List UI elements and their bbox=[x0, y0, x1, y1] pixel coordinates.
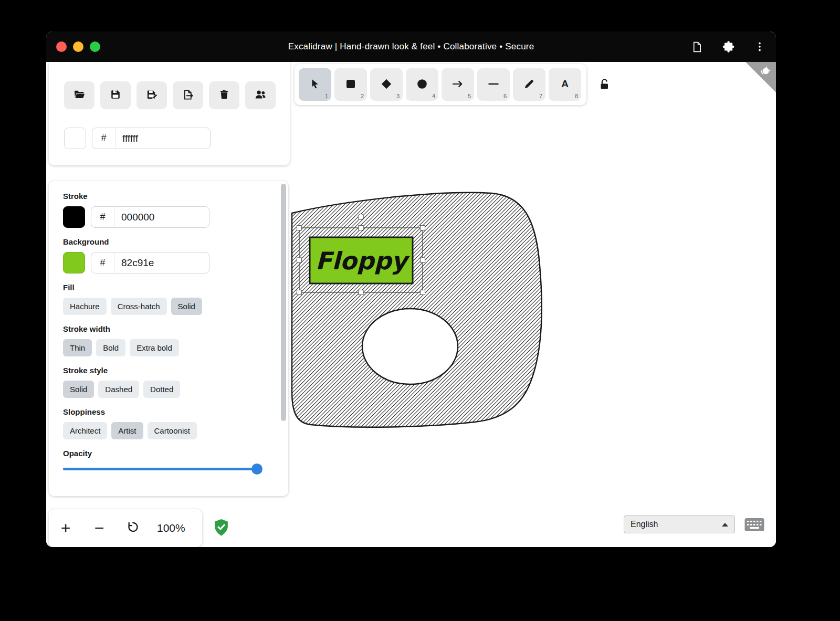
selection-handle[interactable] bbox=[359, 290, 363, 295]
circle-icon bbox=[416, 78, 428, 92]
tool-island: 1 2 3 4 bbox=[295, 64, 586, 105]
tool-shortcut: 7 bbox=[539, 93, 542, 99]
fill-option-solid[interactable]: Solid bbox=[171, 298, 202, 315]
open-button[interactable] bbox=[64, 81, 94, 109]
save-icon bbox=[110, 89, 121, 102]
titlebar: Excalidraw | Hand-drawn look & feel • Co… bbox=[46, 31, 776, 62]
properties-panel: Stroke # Background # bbox=[49, 181, 288, 496]
stroke-width-option-extra-bold[interactable]: Extra bold bbox=[130, 339, 179, 356]
canvas-background-input[interactable] bbox=[116, 133, 210, 144]
sloppiness-option-architect[interactable]: Architect bbox=[63, 422, 107, 439]
github-corner-octocat-icon[interactable] bbox=[746, 62, 776, 94]
line-icon bbox=[487, 78, 500, 92]
selection-handle[interactable] bbox=[421, 258, 425, 262]
sloppiness-label: Sloppiness bbox=[63, 407, 288, 416]
rotation-handle[interactable] bbox=[358, 214, 364, 220]
zoom-out-button[interactable]: − bbox=[82, 509, 116, 547]
opacity-section: Opacity bbox=[63, 449, 288, 475]
background-color-input[interactable] bbox=[114, 257, 209, 269]
caret-up-icon bbox=[722, 523, 728, 527]
tool-line[interactable]: 6 bbox=[477, 68, 510, 101]
export-button[interactable] bbox=[173, 81, 203, 109]
kebab-menu-icon[interactable] bbox=[754, 41, 765, 52]
canvas-background-color-group: # bbox=[92, 128, 211, 149]
tool-arrow[interactable]: 5 bbox=[442, 68, 474, 101]
stroke-color-input[interactable] bbox=[114, 212, 209, 223]
reset-zoom-icon bbox=[126, 519, 140, 538]
diamond-icon bbox=[380, 78, 393, 92]
tool-text[interactable]: A 8 bbox=[549, 68, 581, 101]
save-as-icon bbox=[146, 89, 158, 102]
opacity-slider-track bbox=[63, 468, 261, 470]
stroke-color-swatch[interactable] bbox=[63, 206, 85, 228]
collaborators-icon bbox=[254, 88, 267, 102]
collaboration-button[interactable] bbox=[245, 81, 276, 109]
arrow-icon bbox=[452, 78, 464, 92]
tool-shortcut: 3 bbox=[396, 93, 400, 99]
save-as-button[interactable] bbox=[136, 81, 167, 109]
panel-scrollbar[interactable] bbox=[281, 184, 286, 492]
canvas-area: Floppy bbox=[46, 62, 776, 547]
maximize-window-button[interactable] bbox=[90, 41, 100, 52]
minimize-window-button[interactable] bbox=[73, 41, 83, 52]
stroke-style-option-solid[interactable]: Solid bbox=[63, 381, 94, 398]
stroke-section: Stroke # bbox=[63, 192, 288, 228]
zoom-island: + − 100% bbox=[49, 509, 202, 547]
tool-rectangle[interactable]: 2 bbox=[334, 68, 367, 101]
selection-handle[interactable] bbox=[421, 226, 425, 230]
hash-prefix: # bbox=[92, 128, 116, 149]
stroke-style-option-dashed[interactable]: Dashed bbox=[98, 381, 139, 398]
canvas-background-swatch[interactable] bbox=[64, 128, 86, 149]
hash-prefix: # bbox=[91, 252, 114, 273]
shape-text[interactable]: Floppy bbox=[316, 247, 411, 275]
panel-scrollbar-thumb[interactable] bbox=[281, 184, 286, 421]
stroke-width-option-thin[interactable]: Thin bbox=[63, 339, 92, 356]
square-icon bbox=[344, 78, 357, 92]
background-color-swatch[interactable] bbox=[63, 252, 85, 273]
stroke-width-label: Stroke width bbox=[63, 324, 288, 333]
tool-ellipse[interactable]: 4 bbox=[406, 68, 438, 101]
language-select[interactable]: English bbox=[624, 515, 735, 533]
disk-hole-ellipse[interactable] bbox=[362, 309, 458, 384]
tool-draw[interactable]: 7 bbox=[513, 68, 545, 101]
selection-handle[interactable] bbox=[297, 258, 302, 262]
selection-handle[interactable] bbox=[297, 290, 302, 295]
traffic-lights bbox=[56, 41, 100, 52]
fill-option-cross-hatch[interactable]: Cross-hatch bbox=[111, 298, 167, 315]
tool-diamond[interactable]: 3 bbox=[370, 68, 403, 101]
zoom-reset-button[interactable] bbox=[116, 509, 150, 547]
fill-option-hachure[interactable]: Hachure bbox=[63, 298, 107, 315]
extensions-puzzle-icon[interactable] bbox=[722, 40, 735, 54]
clear-canvas-button[interactable] bbox=[209, 81, 239, 109]
sloppiness-option-cartoonist[interactable]: Cartoonist bbox=[148, 422, 197, 439]
selection-handle[interactable] bbox=[421, 290, 425, 295]
encryption-shield-icon[interactable] bbox=[213, 519, 229, 539]
save-button[interactable] bbox=[100, 81, 131, 109]
tool-shortcut: 1 bbox=[325, 93, 328, 99]
tool-shortcut: 4 bbox=[432, 93, 435, 99]
stroke-width-option-bold[interactable]: Bold bbox=[96, 339, 125, 356]
keyboard-shortcuts-icon[interactable] bbox=[744, 518, 764, 534]
stroke-width-section: Stroke width Thin Bold Extra bold bbox=[63, 324, 288, 356]
background-section: Background # bbox=[63, 237, 288, 273]
tool-shortcut: 8 bbox=[575, 93, 578, 99]
fill-label: Fill bbox=[63, 283, 288, 292]
unlock-icon bbox=[597, 85, 611, 93]
stroke-style-option-dotted[interactable]: Dotted bbox=[143, 381, 180, 398]
fill-section: Fill Hachure Cross-hatch Solid bbox=[63, 283, 288, 315]
sloppiness-option-artist[interactable]: Artist bbox=[111, 422, 143, 439]
export-icon bbox=[182, 89, 194, 102]
trash-icon bbox=[218, 89, 230, 102]
opacity-slider[interactable] bbox=[63, 464, 261, 475]
sloppiness-section: Sloppiness Architect Artist Cartoonist bbox=[63, 407, 288, 439]
zoom-value: 100% bbox=[157, 522, 185, 534]
zoom-in-button[interactable]: + bbox=[49, 509, 82, 547]
close-window-button[interactable] bbox=[56, 41, 67, 52]
stroke-style-label: Stroke style bbox=[63, 366, 288, 375]
selection-handle[interactable] bbox=[359, 226, 363, 230]
keep-tool-active-lock-button[interactable] bbox=[597, 78, 612, 92]
opacity-slider-thumb[interactable] bbox=[251, 464, 262, 475]
tool-selection[interactable]: 1 bbox=[299, 68, 331, 101]
page-icon[interactable] bbox=[691, 41, 703, 53]
selection-handle[interactable] bbox=[297, 226, 302, 230]
